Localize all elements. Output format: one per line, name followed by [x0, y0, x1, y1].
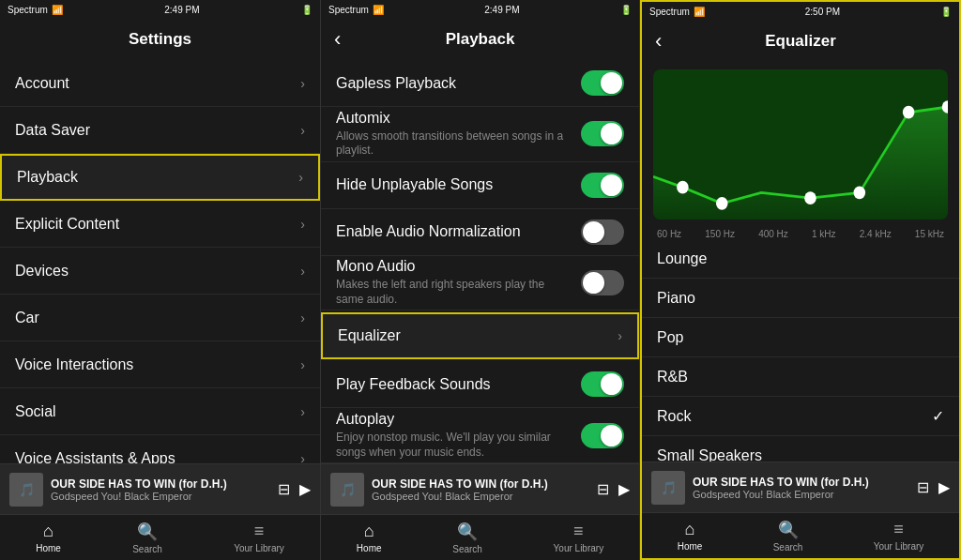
settings-item-voice-interactions[interactable]: Voice Interactions › — [0, 341, 320, 388]
playback-item-automix-left: Automix Allows smooth transitions betwee… — [336, 110, 581, 159]
playback-item-audionorm[interactable]: Enable Audio Normalization — [321, 209, 639, 256]
settings-title: Settings — [129, 30, 191, 49]
wifi-icon-2: 📶 — [373, 5, 384, 15]
tab-library-1[interactable]: ≡ Your Library — [234, 522, 284, 553]
eq-preset-piano[interactable]: Piano — [642, 279, 959, 318]
toggle-autoplay[interactable] — [581, 423, 624, 448]
sub-autoplay: Enjoy nonstop music. We'll play you simi… — [336, 431, 573, 460]
playback-item-gapless[interactable]: Gapless Playback — [321, 60, 639, 107]
label-feedback: Play Feedback Sounds — [336, 376, 573, 393]
playback-title: Playback — [446, 30, 515, 49]
chevron-icon-account: › — [300, 76, 305, 91]
toggle-knob-autoplay — [601, 425, 622, 446]
tab-bar-1: ⌂ Home 🔍 Search ≡ Your Library — [0, 514, 320, 560]
cast-icon-2[interactable]: ⊟ — [597, 480, 609, 498]
playback-list: Gapless Playback Automix Allows smooth t… — [321, 60, 639, 463]
settings-label-devices: Devices — [15, 263, 69, 280]
tab-search-label-2: Search — [452, 544, 482, 554]
toggle-automix[interactable] — [581, 121, 624, 146]
chevron-icon-explicit: › — [300, 217, 305, 232]
tab-home-3[interactable]: ⌂ Home — [678, 520, 703, 552]
toggle-feedback[interactable] — [581, 371, 624, 397]
track-title-2: OUR SIDE HAS TO WIN (for D.H.) — [372, 477, 589, 491]
play-icon-1[interactable]: ▶ — [299, 480, 311, 498]
battery-icon-2: 🔋 — [620, 5, 632, 15]
settings-item-playback[interactable]: Playback › — [0, 154, 320, 201]
tab-home-label-2: Home — [357, 543, 382, 553]
check-icon-rock: ✓ — [932, 407, 944, 425]
playback-item-automix[interactable]: Automix Allows smooth transitions betwee… — [321, 107, 639, 162]
cast-icon-1[interactable]: ⊟ — [278, 480, 290, 498]
library-icon-3: ≡ — [893, 520, 904, 539]
eq-point-2[interactable] — [716, 197, 728, 210]
settings-item-explicit[interactable]: Explicit Content › — [0, 201, 320, 248]
playback-item-hideunplayable[interactable]: Hide Unplayable Songs — [321, 162, 639, 209]
settings-item-car[interactable]: Car › — [0, 295, 320, 341]
play-icon-3[interactable]: ▶ — [938, 478, 950, 496]
library-icon-2: ≡ — [573, 522, 584, 541]
settings-item-social[interactable]: Social › — [0, 388, 320, 435]
playback-item-mono[interactable]: Mono Audio Makes the left and right spea… — [321, 256, 639, 311]
playback-item-autoplay[interactable]: Autoplay Enjoy nonstop music. We'll play… — [321, 408, 639, 463]
playback-header: ‹ Playback — [321, 19, 639, 60]
status-right-2: 🔋 — [620, 5, 632, 15]
eq-title: Equalizer — [765, 32, 836, 51]
tab-library-2[interactable]: ≡ Your Library — [554, 522, 604, 553]
settings-item-datasaver[interactable]: Data Saver › — [0, 107, 320, 154]
toggle-knob-mono — [583, 272, 604, 294]
playback-panel: Spectrum 📶 2:49 PM 🔋 ‹ Playback Gapless … — [320, 0, 640, 560]
eq-graph — [653, 69, 948, 219]
status-bar-2: Spectrum 📶 2:49 PM 🔋 — [321, 0, 639, 19]
library-icon-1: ≡ — [254, 522, 265, 541]
playback-item-autoplay-left: Autoplay Enjoy nonstop music. We'll play… — [336, 411, 581, 460]
back-button-playback[interactable]: ‹ — [334, 27, 341, 52]
settings-item-devices[interactable]: Devices › — [0, 248, 320, 295]
tab-library-label-1: Your Library — [234, 543, 284, 553]
toggle-audionorm[interactable] — [581, 219, 624, 245]
eq-preset-lounge[interactable]: Lounge — [642, 239, 959, 279]
time-3: 2:50 PM — [805, 7, 840, 17]
tab-search-1[interactable]: 🔍 Search — [132, 522, 162, 554]
playback-item-feedback[interactable]: Play Feedback Sounds — [321, 361, 639, 408]
tab-search-3[interactable]: 🔍 Search — [773, 520, 803, 552]
toggle-knob-gapless — [601, 72, 622, 94]
toggle-mono[interactable] — [581, 270, 624, 295]
play-icon-2[interactable]: ▶ — [618, 480, 630, 498]
chevron-icon-devices: › — [300, 264, 305, 279]
toggle-hideunplayable[interactable] — [581, 173, 624, 198]
eq-preset-small-speakers[interactable]: Small Speakers — [642, 436, 959, 462]
eq-curve-svg — [653, 69, 948, 219]
tab-search-label-1: Search — [132, 544, 162, 554]
tab-search-2[interactable]: 🔍 Search — [452, 522, 482, 554]
tab-library-3[interactable]: ≡ Your Library — [874, 520, 924, 552]
track-info-2: OUR SIDE HAS TO WIN (for D.H.) Godspeed … — [372, 477, 589, 502]
freq-150hz: 150 Hz — [705, 229, 735, 239]
label-mono: Mono Audio — [336, 258, 573, 275]
back-button-eq[interactable]: ‹ — [655, 29, 662, 53]
status-bar-1: Spectrum 📶 2:49 PM 🔋 — [0, 0, 320, 19]
track-title-1: OUR SIDE HAS TO WIN (for D.H.) — [51, 477, 270, 491]
equalizer-panel: Spectrum 📶 2:50 PM 🔋 ‹ Equalizer — [640, 0, 961, 560]
sub-mono: Makes the left and right speakers play t… — [336, 278, 573, 307]
tab-home-label-1: Home — [36, 543, 61, 553]
settings-item-voice-apps[interactable]: Voice Assistants & Apps › — [0, 435, 320, 463]
eq-preset-small-speakers-label: Small Speakers — [657, 447, 762, 462]
settings-label-datasaver: Data Saver — [15, 122, 90, 139]
tab-home-1[interactable]: ⌂ Home — [36, 522, 61, 553]
tab-home-2[interactable]: ⌂ Home — [357, 522, 382, 553]
eq-point-4[interactable] — [854, 187, 866, 200]
sub-automix: Allows smooth transitions between songs … — [336, 129, 573, 159]
eq-preset-rock[interactable]: Rock ✓ — [642, 397, 959, 436]
eq-point-1[interactable] — [677, 181, 689, 194]
settings-item-account[interactable]: Account › — [0, 60, 320, 107]
playback-item-equalizer[interactable]: Equalizer › — [321, 312, 639, 359]
home-icon-1: ⌂ — [43, 522, 53, 541]
toggle-gapless[interactable] — [581, 70, 624, 96]
eq-point-5[interactable] — [903, 106, 915, 119]
eq-point-3[interactable] — [804, 191, 816, 204]
cast-icon-3[interactable]: ⊟ — [917, 478, 929, 496]
label-audionorm: Enable Audio Normalization — [336, 223, 573, 240]
eq-preset-rnb[interactable]: R&B — [642, 357, 959, 397]
eq-preset-pop[interactable]: Pop — [642, 318, 959, 357]
eq-freq-labels: 60 Hz 150 Hz 400 Hz 1 kHz 2.4 kHz 15 kHz — [642, 227, 959, 239]
